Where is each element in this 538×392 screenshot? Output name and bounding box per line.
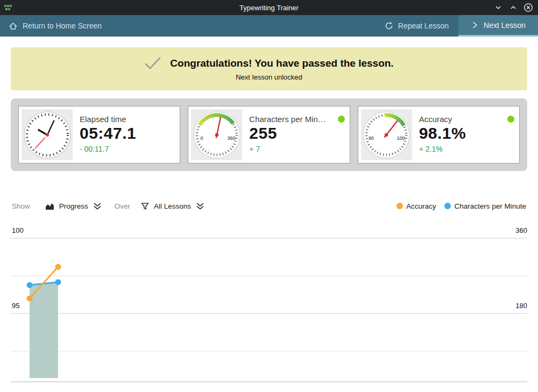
next-lesson-button[interactable]: Next Lesson — [458, 15, 538, 37]
chart-controls-row: Show Progress Over All Lessons Accuracy — [11, 198, 527, 214]
cpm-card: 0 360 Characters per Min… 255 + 7 — [188, 106, 350, 163]
elapsed-time-delta: - 00:11.7 — [80, 145, 177, 153]
chart-type-icon — [45, 202, 54, 210]
cpm-gauge-image: 0 360 — [191, 109, 242, 160]
return-home-label: Return to Home Screen — [23, 22, 102, 30]
home-icon — [9, 22, 18, 31]
accuracy-label: Accuracy — [419, 115, 503, 124]
accuracy-meter-icon: 90 100 — [362, 110, 411, 160]
repeat-lesson-label: Repeat Lesson — [398, 22, 449, 30]
banner-title: Congratulations! You have passed the les… — [170, 58, 393, 69]
app-icon — [4, 3, 13, 12]
metric-selector-value: Progress — [59, 202, 88, 210]
filter-funnel-icon — [141, 202, 149, 210]
chevron-double-down-icon — [93, 202, 102, 210]
speedometer-icon: 0 360 — [192, 110, 242, 160]
return-home-button[interactable]: Return to Home Screen — [0, 15, 111, 37]
accuracy-value: 98.1% — [419, 124, 516, 142]
passed-banner: Congratulations! You have passed the les… — [11, 47, 527, 90]
window-close-button[interactable] — [522, 1, 535, 14]
stats-panel: Elapsed time 05:47.1 - 00:11.7 — [11, 98, 527, 171]
legend-cpm: Characters per Minute — [444, 202, 526, 210]
cpm-delta: + 7 — [249, 145, 346, 153]
left-axis-tick-mid: 95 — [12, 302, 44, 310]
legend-accuracy: Accuracy — [397, 202, 436, 210]
progress-chart: 100 360 95 180 — [0, 225, 538, 391]
window-minimize-button[interactable] — [492, 1, 505, 14]
cpm-value: 255 — [249, 124, 346, 142]
over-label: Over — [115, 202, 130, 210]
checkmark-icon — [144, 56, 161, 70]
cpm-label: Characters per Min… — [249, 115, 333, 124]
elapsed-time-value: 05:47.1 — [80, 124, 177, 142]
accuracy-gauge-min-label: 90 — [369, 136, 374, 141]
accuracy-card: 90 100 Accuracy 98.1% + 2.1% — [358, 106, 520, 163]
repeat-lesson-button[interactable]: Repeat Lesson — [375, 15, 458, 37]
elapsed-time-card: Elapsed time 05:47.1 - 00:11.7 — [18, 106, 180, 163]
cpm-legend-dot — [444, 203, 451, 209]
clock-icon — [23, 110, 72, 160]
accuracy-legend-dot — [397, 203, 403, 209]
accuracy-delta: + 2.1% — [419, 145, 516, 153]
right-axis-tick-mid: 180 — [495, 302, 527, 310]
titlebar: Typewriting Trainer — [0, 0, 538, 15]
next-lesson-label: Next Lesson — [484, 21, 526, 30]
results-screen: Congratulations! You have passed the les… — [0, 37, 538, 392]
banner-subtitle: Next lesson unlocked — [236, 73, 302, 81]
cpm-legend-label: Characters per Minute — [454, 202, 526, 210]
toolbar-spacer — [111, 15, 375, 37]
next-icon — [471, 21, 479, 29]
accuracy-gauge-max-label: 100 — [397, 136, 405, 141]
toolbar: Return to Home Screen Repeat Lesson Next… — [0, 15, 538, 37]
right-axis-tick-top: 360 — [495, 226, 527, 234]
scope-selector-value: All Lessons — [154, 202, 191, 210]
window-title: Typewriting Trainer — [239, 4, 299, 12]
show-label: Show — [12, 202, 30, 210]
cpm-gauge-min-label: 0 — [200, 136, 203, 141]
left-axis-tick-top: 100 — [12, 226, 44, 234]
cpm-gauge-max-label: 360 — [227, 136, 235, 141]
accuracy-legend-label: Accuracy — [406, 202, 436, 210]
elapsed-time-label: Elapsed time — [80, 115, 177, 124]
accuracy-gauge-image: 90 100 — [361, 109, 412, 160]
window-controls — [492, 0, 535, 15]
progress-chart-svg — [0, 225, 538, 391]
cpm-improved-indicator — [338, 116, 345, 123]
metric-selector[interactable]: Progress — [42, 201, 105, 211]
repeat-icon — [385, 22, 393, 30]
chevron-double-down-icon — [196, 202, 204, 210]
elapsed-time-clock-image — [22, 109, 73, 160]
accuracy-improved-indicator — [507, 116, 514, 123]
scope-selector[interactable]: All Lessons — [138, 201, 208, 211]
chart-legend: Accuracy Characters per Minute — [397, 202, 526, 210]
window-maximize-button[interactable] — [507, 1, 520, 14]
